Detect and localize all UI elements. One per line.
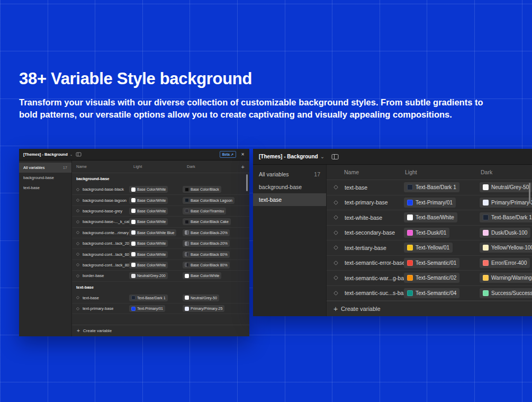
theme-selector-dropdown[interactable]: [Themes] - Background ⌄ <box>19 152 72 157</box>
color-swatch <box>185 296 189 300</box>
dark-value-chip[interactable]: Primary/Primary-25 <box>183 305 224 312</box>
variable-row[interactable]: text-white-baseText-Base/WhiteText-Base/… <box>327 210 532 226</box>
variable-row[interactable]: text-primary-baseText-Primary/01Primary/… <box>72 303 249 314</box>
scrollbar[interactable] <box>529 183 530 203</box>
dark-value-chip[interactable]: Yellow/Yellow-100 <box>480 243 532 253</box>
sidebar-toggle-icon[interactable] <box>331 154 339 160</box>
light-value-chip[interactable]: Text-Yellow/01 <box>404 243 453 253</box>
variable-name: text-semantic-war...g-base <box>345 275 404 281</box>
variable-row[interactable]: background-base-..._k_cakeBase Color/Whi… <box>72 217 249 227</box>
create-variable-label: Create variable <box>341 306 381 312</box>
beta-badge[interactable]: Beta ↗ <box>220 151 237 158</box>
variable-row[interactable]: text-secondary-baseText-Dusk/01Dusk/Dusk… <box>327 226 532 241</box>
dark-value-chip[interactable]: Base Color/Black 60% <box>183 251 230 258</box>
variable-row[interactable]: text-primary-baseText-Primary/01Primary/… <box>327 195 532 211</box>
dark-value-chip[interactable]: Base Color/Black Lagoon <box>183 197 235 204</box>
dark-value-chip[interactable]: Warning/Warning-300 <box>480 273 532 283</box>
light-value-chip[interactable]: Text-Base/Dark 1 <box>404 182 459 192</box>
sidebar-item-all-variables[interactable]: All variables17 <box>19 163 71 173</box>
close-icon[interactable]: ✕ <box>241 152 245 157</box>
sidebar-item-text-base[interactable]: text-base <box>253 193 326 206</box>
dark-value-chip[interactable]: Dusk/Dusk-100 <box>480 228 530 238</box>
section-title: text-base <box>72 282 249 293</box>
color-swatch <box>185 252 189 256</box>
variable-icon <box>76 198 83 202</box>
chip-label: Base Color/White <box>137 220 166 224</box>
chip-label: Base Color/White Blue <box>137 231 174 235</box>
variable-row[interactable]: text-tertiary-baseText-Yellow/01Yellow/Y… <box>327 240 532 256</box>
light-value-chip[interactable]: Text-Dusk/01 <box>404 228 449 238</box>
dark-value-chip[interactable]: Base Color/White <box>183 272 221 279</box>
light-value-chip[interactable]: Base Color/White <box>129 186 168 193</box>
variable-name: border-base <box>83 273 129 278</box>
light-value-chip[interactable]: Base Color/White <box>129 251 168 258</box>
light-value-chip[interactable]: Text-Base/Dark 1 <box>129 294 168 301</box>
dark-value-chip[interactable]: Success/Success-300 <box>480 288 532 298</box>
dark-value-chip[interactable]: Base Color/Black-20% <box>183 240 230 247</box>
dark-value-chip[interactable]: Text-Base/Dark 1 <box>480 212 532 222</box>
dark-value-chip[interactable]: Base Color/Black Cake <box>183 218 231 225</box>
section-title: background-base <box>72 173 249 184</box>
variable-row[interactable]: border-baseNeutral/Grey-200Base Color/Wh… <box>72 271 249 281</box>
variable-icon <box>76 252 83 256</box>
variable-row[interactable]: text-semantic-error-baseText-Semantic/01… <box>327 256 532 271</box>
variable-row[interactable]: text-baseText-Base/Dark 1Neutral/Grey-50 <box>327 180 532 195</box>
light-value-chip[interactable]: Text-Base/White <box>404 212 457 222</box>
variable-row[interactable]: background-base-lagoonBase Color/WhiteBa… <box>72 195 249 206</box>
light-value-chip[interactable]: Text-Primary/01 <box>404 198 456 208</box>
scrollbar[interactable] <box>246 174 248 191</box>
variable-row[interactable]: text-semantic-suc...s-baseText-Semantic/… <box>327 286 532 301</box>
chip-label: Text-Primary/01 <box>416 200 453 206</box>
light-value-chip[interactable]: Text-Semantic/02 <box>404 273 459 283</box>
variable-row[interactable]: text-baseText-Base/Dark 1Neutral/Grey-50 <box>72 293 249 303</box>
sidebar-toggle-icon[interactable] <box>76 152 82 157</box>
plus-icon: + <box>77 328 80 334</box>
light-value-chip[interactable]: Text-Semantic/01 <box>404 258 459 268</box>
light-value-chip[interactable]: Base Color/White <box>129 218 168 225</box>
variable-row[interactable]: background-base-greyBase Color/WhiteBase… <box>72 206 249 217</box>
light-value-chip[interactable]: Neutral/Grey-200 <box>129 272 168 279</box>
light-value-chip[interactable]: Text-Semantic/04 <box>404 288 459 298</box>
dark-value-chip[interactable]: Error/Error-400 <box>480 258 530 268</box>
variable-name: text-tertiary-base <box>345 245 404 251</box>
variable-icon <box>76 209 83 213</box>
light-value-chip[interactable]: Base Color/White <box>129 262 168 269</box>
variable-name: background-cont...lack_60 <box>83 252 129 257</box>
dark-value-chip[interactable]: Neutral/Grey-50 <box>480 182 532 192</box>
dark-value-chip[interactable]: Base Color/Black 80% <box>183 262 230 269</box>
dark-value-chip[interactable]: Base Color/Black-20% <box>183 229 230 236</box>
dark-value-chip[interactable]: Base Color/Black <box>183 186 221 193</box>
variable-row[interactable]: text-semantic-war...g-baseText-Semantic/… <box>327 271 532 286</box>
chip-label: Primary/Primary-25 <box>491 200 532 206</box>
page: 38+ Variable Style background Transform … <box>0 0 532 402</box>
color-swatch <box>131 307 136 311</box>
light-value-chip[interactable]: Base Color/White <box>129 240 168 247</box>
variable-icon <box>333 275 345 281</box>
variables-table: Name Light Dark + background-basebackgro… <box>72 160 249 336</box>
sidebar-item-all-variables[interactable]: All variables17 <box>253 168 326 181</box>
color-swatch <box>185 274 189 278</box>
color-swatch <box>131 187 136 192</box>
variable-row[interactable]: background-cont...lack_20Base Color/Whit… <box>72 238 249 249</box>
light-value-chip[interactable]: Base Color/White <box>129 197 168 204</box>
variable-icon <box>76 296 83 300</box>
theme-selector-dropdown[interactable]: [Themes] - Background ⌄ <box>253 154 327 159</box>
sidebar-item-background-base[interactable]: background-base <box>19 173 71 183</box>
variable-row[interactable]: background-base-blackBase Color/WhiteBas… <box>72 184 249 195</box>
sidebar-item-background-base[interactable]: background-base <box>253 181 326 193</box>
dark-value-chip[interactable]: Primary/Primary-25 <box>480 198 532 208</box>
variable-row[interactable]: background-cont...lack_60Base Color/Whit… <box>72 249 249 260</box>
create-variable-button[interactable]: + Create variable <box>327 301 532 316</box>
add-variable-icon[interactable]: + <box>241 164 249 170</box>
light-value-chip[interactable]: Text-Primary/01 <box>129 305 165 312</box>
chip-label: Base Color/Black-20% <box>191 231 228 235</box>
variable-row[interactable]: background-conte...rimaryBase Color/Whit… <box>72 228 249 238</box>
variable-row[interactable]: background-cont...lack_80Base Color/Whit… <box>72 260 249 271</box>
variable-name: background-cont...lack_20 <box>83 241 129 246</box>
dark-value-chip[interactable]: Neutral/Grey-50 <box>183 294 219 301</box>
dark-value-chip[interactable]: Base Color/Tiramisu <box>183 208 226 215</box>
create-variable-button[interactable]: + Create variable <box>72 325 249 336</box>
light-value-chip[interactable]: Base Color/White <box>129 208 168 215</box>
light-value-chip[interactable]: Base Color/White Blue <box>129 229 176 236</box>
sidebar-item-text-base[interactable]: text-base <box>19 183 71 193</box>
